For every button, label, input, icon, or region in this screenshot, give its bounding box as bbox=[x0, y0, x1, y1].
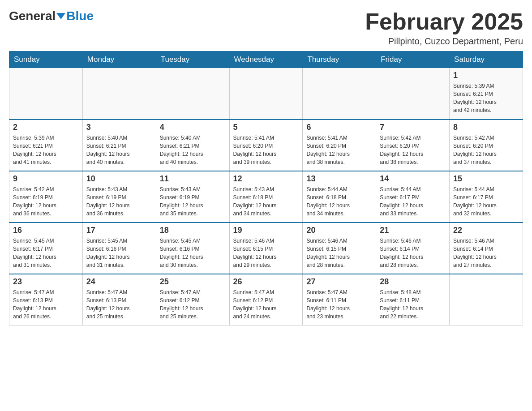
day-number: 8 bbox=[453, 123, 519, 132]
day-info: Sunrise: 5:42 AM Sunset: 6:19 PM Dayligh… bbox=[13, 185, 79, 218]
calendar-cell: 7Sunrise: 5:42 AM Sunset: 6:20 PM Daylig… bbox=[376, 120, 450, 171]
calendar-cell: 19Sunrise: 5:46 AM Sunset: 6:15 PM Dayli… bbox=[229, 223, 303, 274]
day-info: Sunrise: 5:47 AM Sunset: 6:12 PM Dayligh… bbox=[233, 288, 299, 321]
day-info: Sunrise: 5:46 AM Sunset: 6:15 PM Dayligh… bbox=[306, 237, 372, 269]
day-header-sunday: Sunday bbox=[9, 51, 83, 68]
calendar-cell: 17Sunrise: 5:45 AM Sunset: 6:16 PM Dayli… bbox=[82, 223, 156, 274]
calendar-cell bbox=[229, 68, 303, 120]
calendar-cell: 5Sunrise: 5:41 AM Sunset: 6:20 PM Daylig… bbox=[229, 120, 303, 171]
calendar-week-row: 16Sunrise: 5:45 AM Sunset: 6:17 PM Dayli… bbox=[9, 223, 523, 274]
day-number: 26 bbox=[233, 277, 299, 287]
day-number: 15 bbox=[453, 174, 519, 184]
day-number: 7 bbox=[380, 123, 446, 132]
day-info: Sunrise: 5:47 AM Sunset: 6:13 PM Dayligh… bbox=[13, 288, 79, 321]
calendar-cell: 4Sunrise: 5:40 AM Sunset: 6:21 PM Daylig… bbox=[156, 120, 229, 171]
day-info: Sunrise: 5:41 AM Sunset: 6:20 PM Dayligh… bbox=[306, 134, 372, 166]
day-number: 6 bbox=[306, 123, 372, 132]
calendar-cell: 28Sunrise: 5:48 AM Sunset: 6:11 PM Dayli… bbox=[376, 274, 450, 325]
day-info: Sunrise: 5:46 AM Sunset: 6:15 PM Dayligh… bbox=[233, 237, 299, 269]
calendar-cell: 15Sunrise: 5:44 AM Sunset: 6:17 PM Dayli… bbox=[450, 171, 523, 223]
day-info: Sunrise: 5:45 AM Sunset: 6:16 PM Dayligh… bbox=[86, 237, 152, 269]
calendar-header-row: SundayMondayTuesdayWednesdayThursdayFrid… bbox=[9, 51, 523, 68]
day-info: Sunrise: 5:44 AM Sunset: 6:17 PM Dayligh… bbox=[453, 185, 519, 218]
day-number: 18 bbox=[160, 226, 226, 235]
calendar-cell: 16Sunrise: 5:45 AM Sunset: 6:17 PM Dayli… bbox=[9, 223, 83, 274]
day-info: Sunrise: 5:39 AM Sunset: 6:21 PM Dayligh… bbox=[13, 134, 79, 166]
calendar-cell: 13Sunrise: 5:44 AM Sunset: 6:18 PM Dayli… bbox=[303, 171, 376, 223]
day-number: 24 bbox=[86, 277, 152, 287]
day-header-tuesday: Tuesday bbox=[156, 51, 229, 68]
day-header-saturday: Saturday bbox=[450, 51, 523, 68]
calendar-cell: 14Sunrise: 5:44 AM Sunset: 6:17 PM Dayli… bbox=[376, 171, 450, 223]
calendar-cell: 3Sunrise: 5:40 AM Sunset: 6:21 PM Daylig… bbox=[82, 120, 156, 171]
calendar-table: SundayMondayTuesdayWednesdayThursdayFrid… bbox=[9, 51, 523, 325]
day-number: 16 bbox=[13, 226, 79, 235]
calendar-cell: 12Sunrise: 5:43 AM Sunset: 6:18 PM Dayli… bbox=[229, 171, 303, 223]
day-info: Sunrise: 5:44 AM Sunset: 6:17 PM Dayligh… bbox=[380, 185, 446, 218]
day-number: 25 bbox=[160, 277, 226, 287]
day-info: Sunrise: 5:45 AM Sunset: 6:17 PM Dayligh… bbox=[13, 237, 79, 269]
day-number: 17 bbox=[86, 226, 152, 235]
calendar-cell bbox=[82, 68, 156, 120]
day-header-monday: Monday bbox=[82, 51, 156, 68]
day-info: Sunrise: 5:43 AM Sunset: 6:19 PM Dayligh… bbox=[160, 185, 226, 218]
day-info: Sunrise: 5:44 AM Sunset: 6:18 PM Dayligh… bbox=[306, 185, 372, 218]
logo-general-text: General bbox=[9, 9, 56, 23]
day-number: 9 bbox=[13, 174, 79, 184]
day-number: 23 bbox=[13, 277, 79, 287]
day-header-friday: Friday bbox=[376, 51, 450, 68]
day-info: Sunrise: 5:45 AM Sunset: 6:16 PM Dayligh… bbox=[160, 237, 226, 269]
calendar-cell: 22Sunrise: 5:46 AM Sunset: 6:14 PM Dayli… bbox=[450, 223, 523, 274]
calendar-cell: 8Sunrise: 5:42 AM Sunset: 6:20 PM Daylig… bbox=[450, 120, 523, 171]
day-number: 11 bbox=[160, 174, 226, 184]
calendar-cell: 9Sunrise: 5:42 AM Sunset: 6:19 PM Daylig… bbox=[9, 171, 83, 223]
calendar-cell bbox=[9, 68, 83, 120]
logo-arrow-icon bbox=[56, 13, 65, 19]
day-info: Sunrise: 5:42 AM Sunset: 6:20 PM Dayligh… bbox=[453, 134, 519, 166]
calendar-cell: 6Sunrise: 5:41 AM Sunset: 6:20 PM Daylig… bbox=[303, 120, 376, 171]
day-number: 28 bbox=[380, 277, 446, 287]
day-info: Sunrise: 5:40 AM Sunset: 6:21 PM Dayligh… bbox=[160, 134, 226, 166]
day-header-wednesday: Wednesday bbox=[229, 51, 303, 68]
calendar-cell: 18Sunrise: 5:45 AM Sunset: 6:16 PM Dayli… bbox=[156, 223, 229, 274]
day-info: Sunrise: 5:46 AM Sunset: 6:14 PM Dayligh… bbox=[453, 237, 519, 269]
calendar-cell: 2Sunrise: 5:39 AM Sunset: 6:21 PM Daylig… bbox=[9, 120, 83, 171]
calendar-cell: 25Sunrise: 5:47 AM Sunset: 6:12 PM Dayli… bbox=[156, 274, 229, 325]
day-info: Sunrise: 5:47 AM Sunset: 6:13 PM Dayligh… bbox=[86, 288, 152, 321]
day-number: 19 bbox=[233, 226, 299, 235]
day-number: 27 bbox=[306, 277, 372, 287]
calendar-cell bbox=[376, 68, 450, 120]
day-info: Sunrise: 5:39 AM Sunset: 6:21 PM Dayligh… bbox=[453, 82, 519, 114]
logo-blue-text: Blue bbox=[66, 9, 94, 23]
day-info: Sunrise: 5:46 AM Sunset: 6:14 PM Dayligh… bbox=[380, 237, 446, 269]
title-section: February 2025 Pillpinto, Cuzco Departmen… bbox=[365, 9, 523, 47]
calendar-cell bbox=[156, 68, 229, 120]
calendar-cell: 11Sunrise: 5:43 AM Sunset: 6:19 PM Dayli… bbox=[156, 171, 229, 223]
calendar-week-row: 1Sunrise: 5:39 AM Sunset: 6:21 PM Daylig… bbox=[9, 68, 523, 120]
calendar-week-row: 2Sunrise: 5:39 AM Sunset: 6:21 PM Daylig… bbox=[9, 120, 523, 171]
day-info: Sunrise: 5:40 AM Sunset: 6:21 PM Dayligh… bbox=[86, 134, 152, 166]
calendar-cell: 24Sunrise: 5:47 AM Sunset: 6:13 PM Dayli… bbox=[82, 274, 156, 325]
calendar-cell: 23Sunrise: 5:47 AM Sunset: 6:13 PM Dayli… bbox=[9, 274, 83, 325]
day-info: Sunrise: 5:48 AM Sunset: 6:11 PM Dayligh… bbox=[380, 288, 446, 321]
calendar-cell: 21Sunrise: 5:46 AM Sunset: 6:14 PM Dayli… bbox=[376, 223, 450, 274]
calendar-cell: 1Sunrise: 5:39 AM Sunset: 6:21 PM Daylig… bbox=[450, 68, 523, 120]
day-info: Sunrise: 5:41 AM Sunset: 6:20 PM Dayligh… bbox=[233, 134, 299, 166]
day-info: Sunrise: 5:47 AM Sunset: 6:12 PM Dayligh… bbox=[160, 288, 226, 321]
day-number: 5 bbox=[233, 123, 299, 132]
day-number: 14 bbox=[380, 174, 446, 184]
calendar-title: February 2025 bbox=[365, 9, 523, 34]
day-number: 10 bbox=[86, 174, 152, 184]
day-info: Sunrise: 5:43 AM Sunset: 6:18 PM Dayligh… bbox=[233, 185, 299, 218]
day-number: 4 bbox=[160, 123, 226, 132]
calendar-subtitle: Pillpinto, Cuzco Department, Peru bbox=[365, 36, 523, 47]
calendar-cell: 27Sunrise: 5:47 AM Sunset: 6:11 PM Dayli… bbox=[303, 274, 376, 325]
day-number: 22 bbox=[453, 226, 519, 235]
day-number: 13 bbox=[306, 174, 372, 184]
day-header-thursday: Thursday bbox=[303, 51, 376, 68]
logo: General Blue bbox=[9, 9, 94, 23]
day-info: Sunrise: 5:42 AM Sunset: 6:20 PM Dayligh… bbox=[380, 134, 446, 166]
calendar-cell bbox=[303, 68, 376, 120]
calendar-week-row: 9Sunrise: 5:42 AM Sunset: 6:19 PM Daylig… bbox=[9, 171, 523, 223]
page-header: General Blue February 2025 Pillpinto, Cu… bbox=[9, 9, 523, 47]
